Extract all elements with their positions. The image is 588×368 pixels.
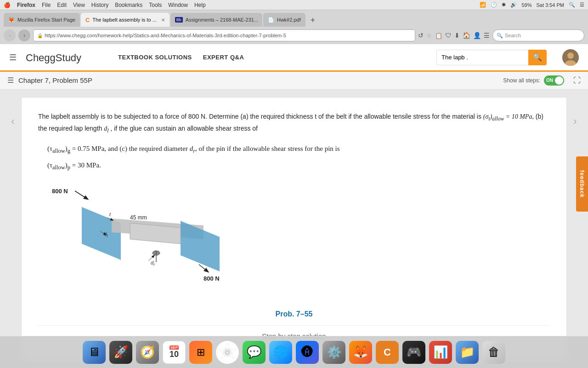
toggle-knob [555, 76, 563, 85]
problem-title: Chapter 7, Problem 55P [18, 76, 498, 84]
menu-tools[interactable]: Tools [149, 2, 162, 8]
dock-safari[interactable]: 🌐 [269, 341, 292, 364]
reload-button[interactable]: ↺ [418, 32, 424, 39]
chegg-logo-gray: Study [56, 52, 81, 63]
dock-finder[interactable]: 🖥 [83, 341, 106, 364]
sysprefs-icon: ⚙️ [327, 345, 341, 359]
mosaic-icon: ⊞ [197, 346, 205, 358]
launchpad-icon: 🚀 [113, 345, 128, 359]
user-avatar[interactable] [562, 49, 579, 66]
macos-topbar: 🍎 Firefox File Edit View History Bookmar… [0, 0, 588, 10]
mac-status-bar: 📶 🕐 ✱ 🔊 59% Sat 3:54 PM 🔍 ☰ [480, 2, 584, 8]
forward-button[interactable]: › [18, 29, 30, 41]
tab-favicon-chegg: C [85, 17, 90, 23]
url-bar[interactable]: 🔒 https://www.chegg.com/homework-help/St… [33, 29, 415, 41]
address-bar-icons: ↺ ☆ 📋 🛡 ⬇ 🏠 👤 ☰ [418, 32, 490, 39]
problem-area: ‹ The lapbelt assembly is to be subjecte… [0, 90, 588, 368]
new-tab-button[interactable]: + [306, 14, 319, 27]
messages-icon: 💬 [247, 345, 261, 359]
show-all-steps-label: Show all steps: [503, 77, 540, 84]
bookmark-star-icon[interactable]: ☆ [426, 32, 432, 39]
clock-icon: 🕐 [491, 2, 497, 8]
tab-favicon-bb: Bb [175, 17, 183, 23]
dock-appstore[interactable]: 🅐 [296, 341, 319, 364]
firefox-icon: 🦊 [353, 345, 368, 359]
bluetooth-icon: ✱ [502, 2, 506, 8]
tab-firefox-start[interactable]: 🦊 Mozilla Firefox Start Page [4, 13, 80, 27]
dock-messages[interactable]: 💬 [243, 341, 266, 364]
search-mac-icon[interactable]: 🔍 [569, 2, 575, 8]
dock-powerpoint[interactable]: 📊 [429, 341, 452, 364]
home-icon[interactable]: 🏠 [463, 32, 470, 39]
dock-mosaic[interactable]: ⊞ [189, 341, 212, 364]
sigma-formula: (σt)allow = 10 MPa, [483, 113, 534, 120]
nav-textbook-solutions[interactable]: TEXTBOOK SOLUTIONS [118, 54, 192, 61]
dock-photos[interactable] [216, 341, 239, 364]
compass-icon: 🧭 [140, 345, 155, 359]
tab-assignments[interactable]: Bb Assignments – 2168-MAE-231... [170, 13, 262, 27]
tab-label-firefox: Mozilla Firefox Start Page [17, 17, 75, 23]
svg-text:dr: dr [151, 260, 155, 267]
menu-bookmarks[interactable]: Bookmarks [115, 2, 142, 8]
dock-files[interactable]: 📁 [456, 341, 479, 364]
dock-firefox[interactable]: 🦊 [349, 341, 372, 364]
screenshot-icon[interactable]: 📋 [435, 32, 442, 39]
show-steps-toggle[interactable]: ON [544, 75, 564, 86]
shield-icon[interactable]: 🛡 [445, 32, 452, 39]
back-button[interactable]: ‹ [4, 29, 16, 41]
svg-text:45 mm: 45 mm [130, 214, 147, 221]
menu-edit[interactable]: Edit [57, 2, 67, 8]
toggle-on-label: ON [546, 78, 553, 83]
problem-header: ☰ Chapter 7, Problem 55P Show all steps:… [0, 72, 588, 90]
address-bar: ‹ › 🔒 https://www.chegg.com/homework-hel… [0, 27, 588, 44]
svg-text:800 N: 800 N [204, 275, 220, 282]
chegg-search-input[interactable] [436, 50, 528, 65]
dock-chegg[interactable]: C [376, 341, 399, 364]
problem-card: The lapbelt assembly is to be subjected … [21, 97, 567, 361]
powerpoint-icon: 📊 [433, 345, 448, 359]
apple-menu[interactable]: 🍎 [4, 2, 11, 8]
tab-hwk[interactable]: 📄 Hwk#2.pdf [263, 13, 305, 27]
dock-sysprefs[interactable]: ⚙️ [322, 341, 345, 364]
chegg-logo[interactable]: CheggStudy [26, 50, 81, 64]
dock: 🖥 🚀 🧭 SEP 10 ⊞ 💬 🌐 🅐 ⚙️ 🦊 [0, 336, 588, 368]
search-input-label: Search [505, 33, 521, 38]
account-icon[interactable]: 👤 [473, 32, 481, 39]
download-icon[interactable]: ⬇ [454, 32, 460, 39]
expand-icon[interactable]: ⛶ [573, 76, 581, 85]
wifi-icon: 📶 [480, 2, 486, 8]
browser-search-bar[interactable]: 🔍 Search [492, 29, 584, 41]
dock-system-prefs[interactable]: 🧭 [136, 341, 159, 364]
settings-icon[interactable]: ☰ [484, 32, 490, 39]
problem-text-3: , if the glue can sustain an allowable s… [110, 125, 258, 132]
menu-firefox[interactable]: Firefox [17, 2, 35, 8]
next-problem-button[interactable]: › [567, 97, 583, 361]
list-view-icon[interactable]: ☰ [7, 76, 14, 85]
prev-problem-button[interactable]: ‹ [5, 97, 21, 361]
tab-favicon-pdf: 📄 [268, 17, 274, 23]
dock-trash[interactable]: 🗑 [482, 341, 505, 364]
tab-close-chegg[interactable]: ✕ [161, 17, 165, 23]
hamburger-menu[interactable]: ☰ [9, 52, 17, 63]
menu-window[interactable]: Window [168, 2, 188, 8]
tau-p-formula: (τallow)p = 30 MPa. [47, 160, 550, 172]
menu-file[interactable]: File [42, 2, 51, 8]
main-content: ☰ Chapter 7, Problem 55P Show all steps:… [0, 72, 588, 368]
chegg-search-button[interactable]: 🔍 [528, 50, 547, 65]
show-all-steps-control: Show all steps: ON [503, 75, 564, 86]
menu-view[interactable]: View [73, 2, 85, 8]
tab-label-hwk: Hwk#2.pdf [277, 17, 301, 23]
unity-icon: 🎮 [407, 345, 421, 359]
nav-expert-qa[interactable]: EXPERT Q&A [203, 54, 244, 61]
menu-list-icon[interactable]: ☰ [580, 2, 584, 8]
menu-help[interactable]: Help [194, 2, 206, 8]
chegg-search: 🔍 [436, 50, 547, 65]
dock-unity[interactable]: 🎮 [402, 341, 425, 364]
feedback-button[interactable]: feedback [576, 156, 588, 212]
menu-history[interactable]: History [91, 2, 108, 8]
mac-menu-bar: 🍎 Firefox File Edit View History Bookmar… [4, 2, 206, 8]
dock-calendar[interactable]: SEP 10 [163, 341, 186, 364]
tab-chegg-problem[interactable]: C The lapbelt assembly is to ... ✕ [81, 13, 170, 27]
finder-icon: 🖥 [88, 345, 100, 359]
dock-launchpad[interactable]: 🚀 [109, 341, 132, 364]
